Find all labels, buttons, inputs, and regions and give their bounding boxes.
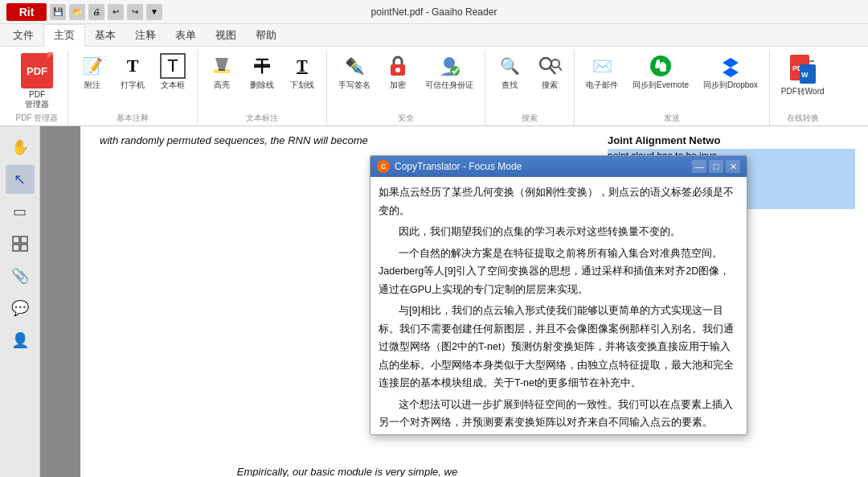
left-sidebar: ✋ ↖ ▭ 📎 💬 👤 [0,126,40,477]
translator-line-1: 如果点云经历了某些几何变换（例如刚性变换），则点云的语义标签必须是不变的。 [379,183,739,220]
pdf-manager-label: PDF管理器 [25,90,49,109]
dropbox-button[interactable]: 同步到Dropbox [698,50,763,93]
translator-line-4: 与[9]相比，我们的点云输入形式使我们能够以更简单的方式实现这一目标。我们不需要… [379,302,739,393]
typewriter-icon: T [120,53,145,79]
menu-basic[interactable]: 基本 [85,25,125,46]
translator-title-bar: C CopyTranslator - Focus Mode — □ ✕ [371,156,747,177]
trusted-id-button[interactable]: 可信任身份证 [420,50,478,93]
thumbnail-tool[interactable] [6,229,35,258]
find-label: 查找 [502,80,518,90]
title-bar: Rit 💾 📂 🖨 ↩ ↪ ▼ pointNet.pdf - Gaaiho Re… [0,0,868,24]
comment-tool[interactable]: 💬 [6,294,35,323]
svg-point-9 [551,60,559,68]
select-tool[interactable]: ↖ [6,165,35,194]
textbox-icon: T [160,53,186,79]
ribbon-items-basic: 📝 附注 T 打字机 T 文本框 [75,50,190,113]
svg-marker-12 [723,58,739,77]
strikethrough-button[interactable]: 干 删除线 [244,50,280,93]
search-label: 搜索 [542,80,558,90]
translator-line-2: 因此，我们期望我们的点集的学习表示对这些转换量不变的。 [379,223,739,241]
translator-maximize-button[interactable]: □ [709,160,723,173]
typewriter-button[interactable]: T 打字机 [115,50,150,93]
search-group-label: 搜索 [522,113,538,125]
ribbon-group-basic-annotation: 📝 附注 T 打字机 T 文本框 基本注释 [68,50,198,125]
ribbon-group-send: ✉️ 电子邮件 同步到Evernote [575,50,770,125]
textbox-label: 文本框 [161,80,185,90]
svg-point-7 [540,58,551,69]
svg-point-6 [450,66,460,76]
pdf-area: with randomly permuted sequences, the RN… [40,126,868,477]
print-icon[interactable]: 🖨 [88,4,104,20]
menu-file[interactable]: 文件 [3,25,43,46]
menu-help[interactable]: 帮助 [246,25,286,46]
menu-view[interactable]: 视图 [206,25,246,46]
email-button[interactable]: ✉️ 电子邮件 [581,50,623,93]
svg-marker-2 [215,58,228,69]
encrypt-button[interactable]: 加密 [380,50,416,93]
note-icon: 📝 [80,53,105,79]
underline-icon: T [289,53,315,79]
toolbar-icons: 💾 📂 🖨 ↩ ↪ ▼ [50,4,162,20]
translator-line-3: 一个自然的解决方案是在特征提取之前将所有输入集合对准典范空间。Jaderberg… [379,245,739,299]
attachment-tool[interactable]: 📎 [6,261,35,290]
email-icon: ✉️ [589,53,615,79]
search-button[interactable]: 搜索 [532,50,567,93]
annotate-note-button[interactable]: 📝 附注 [75,50,110,93]
svg-rect-20 [21,245,27,251]
menu-home[interactable]: 主页 [43,24,85,47]
svg-line-10 [559,67,562,71]
pdf-to-word-button[interactable]: PDF W PDF转Word [776,50,829,100]
evernote-button[interactable]: 同步到Evernote [628,50,694,93]
convert-group-label: 在线转换 [787,113,819,125]
open-icon[interactable]: 📂 [69,4,85,20]
textbox-button[interactable]: T 文本框 [155,50,190,93]
window-title: pointNet.pdf - Gaaiho Reader [371,6,497,18]
ribbon-items-send: ✉️ 电子邮件 同步到Evernote [581,50,763,113]
translator-title: CopyTranslator - Focus Mode [395,161,690,172]
page-view-tool[interactable]: ▭ [6,197,35,226]
highlight-label: 高亮 [214,80,230,90]
encrypt-icon [385,53,411,79]
find-button[interactable]: 🔍 查找 [492,50,527,93]
signature-sidebar-tool[interactable]: 👤 [6,326,35,355]
svg-rect-17 [13,236,19,243]
translator-minimize-button[interactable]: — [692,160,706,173]
menu-form[interactable]: 表单 [166,25,206,46]
dropbox-label: 同步到Dropbox [703,80,758,90]
menu-bar: 文件 主页 基本 注释 表单 视图 帮助 [0,24,868,47]
pdf-bottom-text: Empirically, our basic module is very si… [100,466,595,477]
note-label: 附注 [84,80,100,90]
send-group-label: 发送 [664,113,680,125]
undo-icon[interactable]: ↩ [108,4,124,20]
dropbox-icon [718,53,743,79]
trusted-id-icon [436,53,462,79]
evernote-icon [648,53,674,79]
underline-button[interactable]: T 下划线 [285,50,320,93]
strikethrough-label: 删除线 [250,80,274,90]
ribbon-group-text-annotation: 高亮 干 删除线 T 下划线 文本标注 [198,50,327,125]
ribbon-group-security: ✒️ 手写签名 加密 [327,50,485,125]
translator-close-button[interactable]: ✕ [726,160,740,173]
typewriter-label: 打字机 [121,80,145,90]
ribbon-group-convert: PDF W PDF转Word 在线转换 [770,50,836,125]
highlight-button[interactable]: 高亮 [204,50,240,93]
svg-text:W: W [801,71,809,79]
svg-point-4 [395,68,400,72]
signature-label: 手写签名 [338,80,371,90]
more-icon[interactable]: ▼ [146,4,162,20]
pdf-manager-button[interactable]: PDF PDF管理器 [13,50,61,113]
signature-button[interactable]: ✒️ 手写签名 [334,50,375,93]
search-icon [537,53,563,79]
ribbon-group-search: 🔍 查找 搜索 搜索 [485,50,575,125]
redo-icon[interactable]: ↪ [127,4,143,20]
ribbon-items-search: 🔍 查找 搜索 [492,50,567,113]
pdf-to-word-icon: PDF W [787,53,819,85]
pdf-to-word-label: PDF转Word [781,87,825,97]
menu-annotate[interactable]: 注释 [125,25,166,46]
strikethrough-icon: 干 [249,53,275,79]
save-icon[interactable]: 💾 [50,4,66,20]
svg-rect-18 [21,236,27,243]
ribbon: PDF PDF管理器 PDF 管理器 📝 附注 T 打字机 T 文本框 基本注释 [0,47,868,126]
text-annotation-group-label: 文本标注 [246,113,278,125]
hand-tool[interactable]: ✋ [6,133,35,162]
